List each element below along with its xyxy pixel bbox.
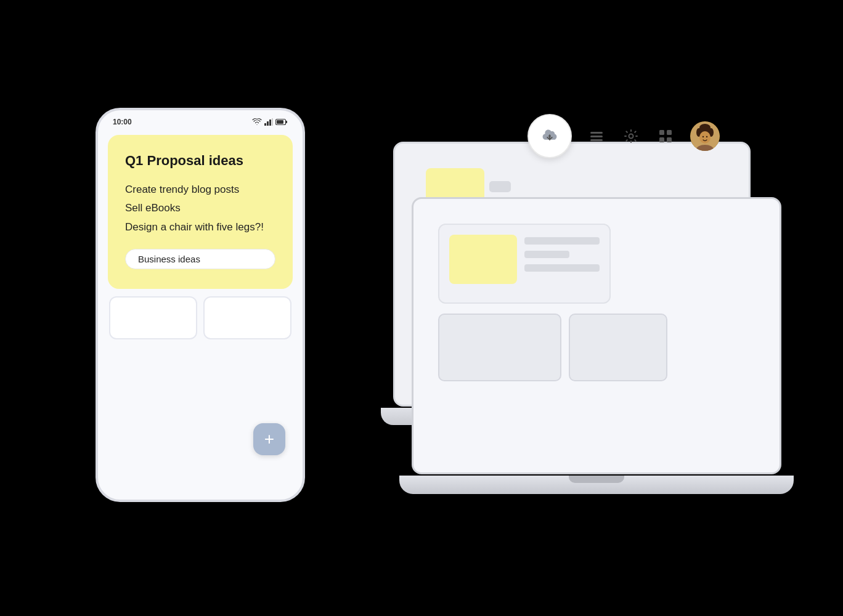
note-tag[interactable]: Business ideas — [125, 249, 275, 269]
note-title: Q1 Proposal ideas — [125, 152, 275, 169]
list-view-icon[interactable] — [587, 126, 606, 146]
svg-point-15 — [702, 136, 704, 137]
laptop-note-card — [438, 224, 611, 304]
svg-point-13 — [699, 124, 711, 131]
settings-icon[interactable] — [621, 126, 641, 146]
svg-rect-20 — [269, 120, 271, 126]
cloud-sync-button[interactable] — [527, 114, 572, 158]
note-lines — [524, 235, 600, 272]
svg-rect-6 — [667, 130, 672, 135]
svg-rect-2 — [590, 136, 603, 137]
note-line-1: Create trendy blog posts — [125, 180, 275, 200]
note-line-2: Sell eBooks — [125, 199, 275, 218]
avatar-image — [690, 121, 720, 151]
note-line-2 — [524, 251, 569, 258]
svg-point-14 — [699, 131, 711, 144]
phone-card-2[interactable] — [203, 296, 291, 339]
phone-time: 10:00 — [113, 118, 132, 126]
avatar[interactable] — [690, 121, 720, 151]
phone-cards-row — [108, 296, 293, 339]
laptop-screen-front — [412, 197, 781, 474]
note-line-3 — [524, 264, 600, 272]
note-line-1 — [524, 237, 600, 245]
laptop-base-front — [399, 476, 794, 494]
phone-card-1[interactable] — [109, 296, 197, 339]
phone-note-card[interactable]: Q1 Proposal ideas Create trendy blog pos… — [108, 135, 293, 289]
svg-rect-3 — [590, 139, 603, 141]
svg-point-4 — [629, 134, 633, 139]
svg-rect-5 — [659, 130, 664, 135]
scene: 10:00 — [0, 0, 843, 616]
svg-rect-23 — [286, 121, 288, 123]
svg-rect-7 — [659, 137, 664, 142]
phone-status-icons — [252, 118, 288, 126]
phone-status-bar: 10:00 — [98, 110, 303, 130]
svg-point-16 — [706, 136, 707, 137]
svg-rect-19 — [267, 121, 269, 126]
battery-icon — [275, 118, 288, 126]
svg-rect-18 — [264, 123, 266, 126]
laptop-notch-front — [569, 476, 624, 483]
toolbar — [527, 114, 720, 158]
svg-rect-8 — [667, 137, 672, 142]
signal-icon — [264, 118, 273, 126]
svg-rect-21 — [272, 118, 273, 126]
note-body: Create trendy blog posts Sell eBooks Des… — [125, 180, 275, 237]
fab-button[interactable]: + — [253, 423, 285, 455]
grid-icon[interactable] — [656, 126, 675, 146]
svg-rect-1 — [590, 132, 603, 134]
cloud-sync-icon — [538, 124, 561, 148]
phone: 10:00 — [96, 108, 305, 502]
note-yellow-block — [449, 235, 517, 284]
svg-point-0 — [548, 135, 551, 137]
svg-rect-24 — [277, 120, 283, 124]
wifi-icon — [252, 118, 262, 126]
note-line-3: Design a chair with five legs?! — [125, 218, 275, 237]
laptop-front — [399, 197, 794, 530]
